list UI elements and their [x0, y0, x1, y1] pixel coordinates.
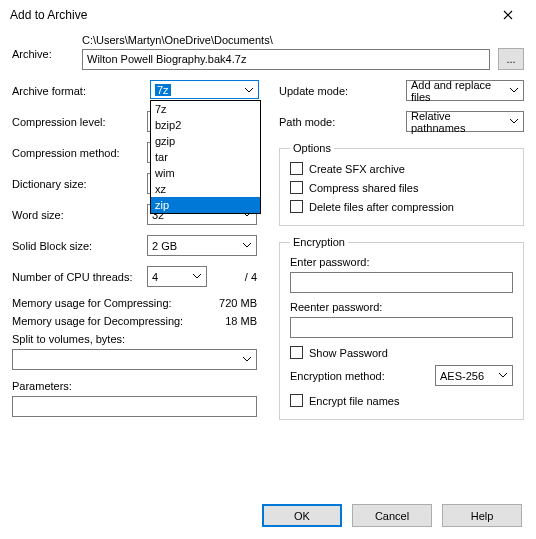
checkbox-icon	[290, 162, 303, 175]
enter-password-label: Enter password:	[290, 256, 513, 268]
compression-level-label: Compression level:	[12, 116, 147, 128]
show-password-checkbox[interactable]: Show Password	[290, 346, 513, 359]
cancel-button[interactable]: Cancel	[352, 504, 432, 527]
solid-block-size-select[interactable]: 2 GB	[147, 235, 257, 256]
compression-method-label: Compression method:	[12, 147, 147, 159]
mem-decompress-value: 18 MB	[197, 315, 257, 327]
chevron-down-icon	[506, 114, 521, 129]
reenter-password-input[interactable]	[290, 317, 513, 338]
format-option-bzip2[interactable]: bzip2	[151, 117, 260, 133]
cpu-threads-total: / 4	[215, 271, 257, 283]
encryption-method-label: Encryption method:	[290, 370, 435, 382]
enter-password-input[interactable]	[290, 272, 513, 293]
parameters-input[interactable]	[12, 396, 257, 417]
format-option-7z[interactable]: 7z	[151, 101, 260, 117]
encryption-group: Encryption Enter password: Reenter passw…	[279, 236, 524, 420]
format-option-tar[interactable]: tar	[151, 149, 260, 165]
button-bar: OK Cancel Help	[262, 504, 522, 527]
mem-compress-label: Memory usage for Compressing:	[12, 297, 197, 309]
format-option-wim[interactable]: wim	[151, 165, 260, 181]
chevron-down-icon	[495, 368, 510, 383]
solid-block-size-label: Solid Block size:	[12, 240, 147, 252]
format-label: Archive format:	[12, 85, 147, 97]
format-option-xz[interactable]: xz	[151, 181, 260, 197]
options-group: Options Create SFX archive Compress shar…	[279, 142, 524, 226]
word-size-label: Word size:	[12, 209, 147, 221]
mem-compress-value: 720 MB	[197, 297, 257, 309]
checkbox-icon	[290, 200, 303, 213]
close-icon	[503, 10, 513, 20]
split-volumes-label: Split to volumes, bytes:	[12, 333, 257, 345]
archive-format-select[interactable]: 7z	[150, 80, 259, 99]
archive-path: C:\Users\Martyn\OneDrive\Documents\	[82, 34, 524, 46]
delete-after-checkbox[interactable]: Delete files after compression	[290, 200, 513, 213]
encryption-method-select[interactable]: AES-256	[435, 365, 513, 386]
options-legend: Options	[290, 142, 334, 154]
update-mode-label: Update mode:	[279, 85, 406, 97]
chevron-down-icon	[239, 352, 254, 367]
browse-button[interactable]: ...	[498, 48, 524, 70]
checkbox-icon	[290, 346, 303, 359]
sfx-checkbox[interactable]: Create SFX archive	[290, 162, 513, 175]
path-mode-label: Path mode:	[279, 116, 406, 128]
chevron-down-icon	[189, 269, 204, 284]
format-option-gzip[interactable]: gzip	[151, 133, 260, 149]
chevron-down-icon	[239, 238, 254, 253]
format-option-zip[interactable]: zip	[151, 197, 260, 213]
encryption-legend: Encryption	[290, 236, 348, 248]
chevron-down-icon	[506, 83, 521, 98]
dictionary-size-label: Dictionary size:	[12, 178, 147, 190]
reenter-password-label: Reenter password:	[290, 301, 513, 313]
update-mode-select[interactable]: Add and replace files	[406, 80, 524, 101]
titlebar: Add to Archive	[0, 0, 536, 30]
parameters-label: Parameters:	[12, 380, 257, 392]
archive-label: Archive:	[12, 34, 82, 60]
close-button[interactable]	[488, 1, 528, 29]
mem-decompress-label: Memory usage for Decompressing:	[12, 315, 197, 327]
window-title: Add to Archive	[10, 8, 87, 22]
encrypt-filenames-checkbox[interactable]: Encrypt file names	[290, 394, 513, 407]
cpu-threads-label: Number of CPU threads:	[12, 271, 147, 283]
split-volumes-select[interactable]	[12, 349, 257, 370]
archive-filename-input[interactable]	[82, 49, 490, 70]
chevron-down-icon	[241, 83, 256, 98]
ok-button[interactable]: OK	[262, 504, 342, 527]
help-button[interactable]: Help	[442, 504, 522, 527]
cpu-threads-select[interactable]: 4	[147, 266, 207, 287]
compress-shared-checkbox[interactable]: Compress shared files	[290, 181, 513, 194]
checkbox-icon	[290, 394, 303, 407]
archive-format-dropdown[interactable]: 7zbzip2gziptarwimxzzip	[150, 100, 261, 214]
checkbox-icon	[290, 181, 303, 194]
path-mode-select[interactable]: Relative pathnames	[406, 111, 524, 132]
